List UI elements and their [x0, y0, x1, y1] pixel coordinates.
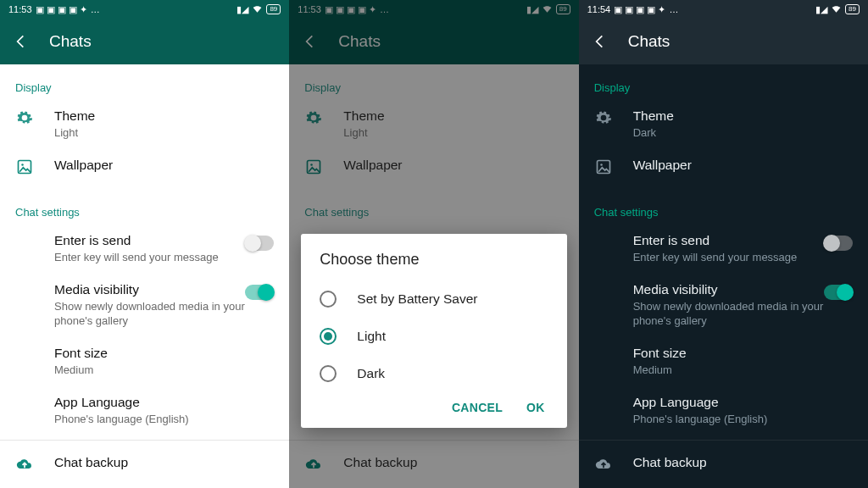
row-backup-title: Chat backup	[633, 454, 853, 471]
row-chat-backup[interactable]: Chat backup	[0, 446, 289, 481]
row-font-title: Font size	[633, 345, 853, 362]
theme-option-dark[interactable]: Dark	[320, 355, 548, 392]
back-icon[interactable]	[591, 33, 608, 50]
wifi-icon	[252, 3, 263, 16]
battery-icon: 89	[845, 4, 860, 14]
row-wallpaper-title: Wallpaper	[633, 157, 853, 174]
gear-icon	[15, 108, 34, 126]
toggle-enter-is-send[interactable]	[245, 236, 274, 251]
status-time: 11:53	[8, 4, 32, 14]
ok-button[interactable]: OK	[526, 401, 545, 414]
row-media-title: Media visibility	[54, 281, 274, 298]
app-bar: Chats	[579, 19, 868, 64]
row-enter-title: Enter is send	[633, 232, 853, 249]
row-app-language[interactable]: App Language Phone's language (English)	[579, 385, 868, 435]
row-backup-title: Chat backup	[54, 454, 274, 471]
back-icon[interactable]	[12, 33, 29, 50]
cloud-upload-icon	[15, 454, 34, 473]
row-lang-sub: Phone's language (English)	[54, 412, 274, 426]
row-font-sub: Medium	[54, 363, 274, 377]
theme-option-battery[interactable]: Set by Battery Saver	[320, 280, 548, 318]
screenshot-theme-dialog: 11:53 ▣ ▣ ▣ ▣ ✦ … ▮◢ 89 Chats Display Th…	[289, 0, 578, 488]
signal-icon: ▮◢	[815, 4, 827, 15]
app-bar: Chats	[0, 19, 289, 64]
row-app-language[interactable]: App Language Phone's language (English)	[0, 385, 289, 435]
theme-dialog: Choose theme Set by Battery Saver Light …	[301, 234, 566, 428]
divider	[0, 440, 289, 441]
page-title: Chats	[49, 32, 92, 51]
status-bar: 11:53 ▣ ▣ ▣ ▣ ✦ … ▮◢ 89	[0, 0, 289, 19]
row-wallpaper-title: Wallpaper	[54, 157, 274, 174]
status-time: 11:54	[587, 4, 611, 14]
row-media-sub: Show newly downloaded media in your phon…	[54, 299, 274, 328]
cancel-button[interactable]: CANCEL	[452, 401, 503, 414]
signal-icon: ▮◢	[236, 4, 248, 15]
dialog-title: Choose theme	[320, 251, 548, 269]
row-enter-sub: Enter key will send your message	[54, 250, 274, 264]
wifi-icon	[831, 3, 842, 16]
status-bar: 11:54 ▣ ▣ ▣ ▣ ✦ … ▮◢ 89	[579, 0, 868, 19]
row-font-size[interactable]: Font size Medium	[579, 336, 868, 385]
theme-option-label: Light	[357, 329, 386, 344]
wallpaper-icon	[594, 157, 613, 175]
cloud-upload-icon	[594, 454, 613, 473]
status-notif-icons: ▣ ▣ ▣ ▣ ✦	[614, 4, 665, 15]
row-wallpaper[interactable]: Wallpaper	[579, 148, 868, 184]
screenshot-dark: 11:54 ▣ ▣ ▣ ▣ ✦ … ▮◢ 89 Chats Display Th…	[579, 0, 868, 488]
row-enter-sub: Enter key will send your message	[633, 250, 853, 264]
battery-icon: 89	[266, 4, 281, 14]
row-media-visibility[interactable]: Media visibility Show newly downloaded m…	[0, 273, 289, 336]
row-font-size[interactable]: Font size Medium	[0, 336, 289, 385]
row-lang-sub: Phone's language (English)	[633, 412, 853, 426]
row-media-sub: Show newly downloaded media in your phon…	[633, 299, 853, 328]
toggle-media-visibility[interactable]	[824, 285, 853, 300]
page-title: Chats	[628, 32, 670, 51]
radio-checked-icon	[320, 328, 337, 345]
row-theme[interactable]: Theme Light	[0, 99, 289, 148]
theme-option-light[interactable]: Light	[320, 318, 548, 355]
status-notif-icons: ▣ ▣ ▣ ▣ ✦	[36, 4, 87, 15]
theme-option-label: Dark	[357, 366, 385, 381]
section-display: Display	[0, 75, 289, 99]
row-enter-is-send[interactable]: Enter is send Enter key will send your m…	[0, 224, 289, 273]
row-theme-sub: Light	[54, 125, 274, 140]
screenshot-light: 11:53 ▣ ▣ ▣ ▣ ✦ … ▮◢ 89 Chats Display Th…	[0, 0, 289, 488]
status-dots: …	[669, 4, 678, 14]
row-theme-title: Theme	[54, 108, 274, 125]
divider	[579, 440, 868, 441]
row-lang-title: App Language	[54, 394, 274, 411]
toggle-enter-is-send[interactable]	[824, 236, 853, 251]
row-lang-title: App Language	[633, 394, 853, 411]
section-chat: Chat settings	[0, 199, 289, 224]
settings-list: Display Theme Dark Wallpaper Chat settin…	[579, 64, 868, 488]
row-media-visibility[interactable]: Media visibility Show newly downloaded m…	[579, 273, 868, 336]
svg-point-5	[600, 164, 603, 166]
radio-unchecked-icon	[320, 291, 337, 308]
row-theme[interactable]: Theme Dark	[579, 99, 868, 148]
row-media-title: Media visibility	[633, 281, 853, 298]
gear-icon	[594, 108, 613, 126]
radio-unchecked-icon	[320, 365, 337, 382]
theme-option-label: Set by Battery Saver	[357, 291, 477, 307]
row-enter-title: Enter is send	[54, 232, 274, 249]
row-theme-sub: Dark	[633, 125, 853, 140]
settings-list: Display Theme Light Wallpaper Chat setti…	[0, 64, 289, 488]
row-chat-backup[interactable]: Chat backup	[579, 446, 868, 481]
row-enter-is-send[interactable]: Enter is send Enter key will send your m…	[579, 224, 868, 273]
section-display: Display	[579, 75, 868, 99]
toggle-media-visibility[interactable]	[245, 285, 274, 300]
section-chat: Chat settings	[579, 199, 868, 224]
row-font-title: Font size	[54, 345, 274, 362]
wallpaper-icon	[15, 157, 34, 175]
row-wallpaper[interactable]: Wallpaper	[0, 148, 289, 184]
svg-point-1	[21, 164, 24, 166]
status-dots: …	[91, 4, 100, 14]
row-font-sub: Medium	[633, 363, 853, 377]
row-theme-title: Theme	[633, 108, 853, 125]
